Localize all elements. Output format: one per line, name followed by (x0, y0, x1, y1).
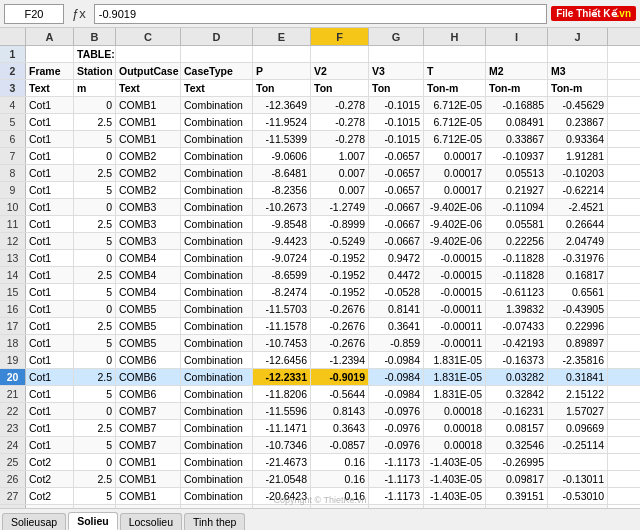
table-row[interactable]: 7Cot10COMB2Combination-9.06061.007-0.065… (0, 148, 640, 165)
cell: 0.26644 (548, 216, 608, 232)
table-row[interactable]: 24Cot15COMB7Combination-10.7346-0.0857-0… (0, 437, 640, 454)
col-header-b[interactable]: B (74, 28, 116, 45)
cell: -20.6423 (253, 488, 311, 504)
table-row[interactable]: 25Cot20COMB1Combination-21.46730.16-1.11… (0, 454, 640, 471)
cell: -0.11094 (486, 199, 548, 215)
cell (181, 46, 253, 62)
table-row[interactable]: 26Cot22.5COMB1Combination-21.05480.16-1.… (0, 471, 640, 488)
table-row[interactable]: 17Cot12.5COMB5Combination-11.1578-0.2676… (0, 318, 640, 335)
col-header-d[interactable]: D (181, 28, 253, 45)
table-row[interactable]: 1TABLE: Element Forces - Frames (0, 46, 640, 63)
col-header-f[interactable]: F (311, 28, 369, 45)
col-header-c[interactable]: C (116, 28, 181, 45)
cell: -0.26995 (486, 454, 548, 470)
col-header-e[interactable]: E (253, 28, 311, 45)
row-number: 3 (0, 80, 26, 96)
cell: -0.45629 (548, 97, 608, 113)
cell: OutputCase (116, 63, 181, 79)
formula-input[interactable] (94, 4, 547, 24)
cell: -1.1173 (369, 488, 424, 504)
table-row[interactable]: 2FrameStationOutputCaseCaseTypePV2V3TM2M… (0, 63, 640, 80)
cell: 1.831E-05 (424, 369, 486, 385)
cell: Cot2 (26, 488, 74, 504)
cell: Ton (369, 80, 424, 96)
table-row[interactable]: 18Cot15COMB5Combination-10.7453-0.2676-0… (0, 335, 640, 352)
table-row[interactable]: 22Cot10COMB7Combination-11.55960.8143-0.… (0, 403, 640, 420)
cell: 0.3641 (369, 318, 424, 334)
col-header-g[interactable]: G (369, 28, 424, 45)
cell: 2.15122 (548, 386, 608, 402)
row-number: 12 (0, 233, 26, 249)
cell: 0.05581 (486, 216, 548, 232)
cell (253, 46, 311, 62)
cell: 0.09817 (486, 471, 548, 487)
spreadsheet: ABCDEFGHIJ 1TABLE: Element Forces - Fram… (0, 28, 640, 522)
cell: 0.93364 (548, 131, 608, 147)
sheet-tab[interactable]: Locsolieu (120, 513, 182, 530)
sheet-tab[interactable]: Tinh thep (184, 513, 245, 530)
col-header-j[interactable]: J (548, 28, 608, 45)
cell: -9.402E-06 (424, 233, 486, 249)
cell: CaseType (181, 63, 253, 79)
table-row[interactable]: 27Cot25COMB1Combination-20.64230.16-1.11… (0, 488, 640, 505)
row-number: 1 (0, 46, 26, 62)
cell: 1.831E-05 (424, 386, 486, 402)
cell: Combination (181, 403, 253, 419)
cell: -0.0984 (369, 352, 424, 368)
cell: -1.403E-05 (424, 471, 486, 487)
cell: -0.2676 (311, 301, 369, 317)
col-header-row[interactable] (0, 28, 26, 45)
cell: 1.39832 (486, 301, 548, 317)
col-header-a[interactable]: A (26, 28, 74, 45)
cell: COMB7 (116, 403, 181, 419)
table-row[interactable]: 19Cot10COMB6Combination-12.6456-1.2394-0… (0, 352, 640, 369)
sheet-tab[interactable]: Solieu (68, 512, 118, 530)
cell: -0.0657 (369, 165, 424, 181)
cell: COMB4 (116, 267, 181, 283)
cell: -9.402E-06 (424, 199, 486, 215)
cell: -8.6481 (253, 165, 311, 181)
table-row[interactable]: 23Cot12.5COMB7Combination-11.14710.3643-… (0, 420, 640, 437)
cell: Combination (181, 318, 253, 334)
table-row[interactable]: 12Cot15COMB3Combination-9.4423-0.5249-0.… (0, 233, 640, 250)
sheet-tab[interactable]: Solieusap (2, 513, 66, 530)
table-row[interactable]: 4Cot10COMB1Combination-12.3649-0.278-0.1… (0, 97, 640, 114)
cell: -0.13011 (548, 471, 608, 487)
table-row[interactable]: 9Cot15COMB2Combination-8.23560.007-0.065… (0, 182, 640, 199)
table-row[interactable]: 21Cot15COMB6Combination-11.8206-0.5644-0… (0, 386, 640, 403)
cell: 0 (74, 148, 116, 164)
cell: -1.2394 (311, 352, 369, 368)
col-header-i[interactable]: I (486, 28, 548, 45)
cell: -0.278 (311, 114, 369, 130)
cell: 0.4472 (369, 267, 424, 283)
cell: COMB6 (116, 352, 181, 368)
cell: Combination (181, 199, 253, 215)
table-row[interactable]: 5Cot12.5COMB1Combination-11.9524-0.278-0… (0, 114, 640, 131)
cell (424, 46, 486, 62)
cell: 5 (74, 182, 116, 198)
cell-name-input[interactable] (4, 4, 64, 24)
cell: -0.5249 (311, 233, 369, 249)
cell: -0.11828 (486, 267, 548, 283)
table-row[interactable]: 16Cot10COMB5Combination-11.5703-0.26760.… (0, 301, 640, 318)
table-row[interactable]: 20Cot12.5COMB6Combination-12.2331-0.9019… (0, 369, 640, 386)
cell: -11.1471 (253, 420, 311, 436)
table-row[interactable]: 15Cot15COMB4Combination-8.2474-0.1952-0.… (0, 284, 640, 301)
cell: 0.8143 (311, 403, 369, 419)
cell: Combination (181, 488, 253, 504)
cell: 6.712E-05 (424, 97, 486, 113)
table-row[interactable]: 14Cot12.5COMB4Combination-8.6599-0.19520… (0, 267, 640, 284)
table-row[interactable]: 11Cot12.5COMB3Combination-9.8548-0.8999-… (0, 216, 640, 233)
table-row[interactable]: 6Cot15COMB1Combination-11.5399-0.278-0.1… (0, 131, 640, 148)
col-header-h[interactable]: H (424, 28, 486, 45)
row-number: 26 (0, 471, 26, 487)
table-row[interactable]: 10Cot10COMB3Combination-10.2673-1.2749-0… (0, 199, 640, 216)
table-row[interactable]: 3TextmTextTextTonTonTonTon-mTon-mTon-m (0, 80, 640, 97)
cell: 0.32546 (486, 437, 548, 453)
cell: T (424, 63, 486, 79)
cell: -0.07433 (486, 318, 548, 334)
cell: COMB5 (116, 335, 181, 351)
cell: -0.1952 (311, 250, 369, 266)
table-row[interactable]: 8Cot12.5COMB2Combination-8.64810.007-0.0… (0, 165, 640, 182)
table-row[interactable]: 13Cot10COMB4Combination-9.0724-0.19520.9… (0, 250, 640, 267)
